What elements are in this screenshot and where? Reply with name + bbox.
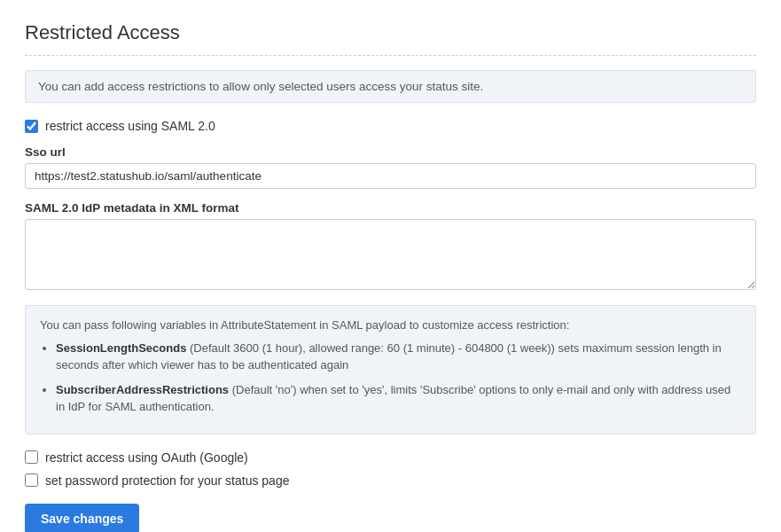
saml-metadata-label: SAML 2.0 IdP metadata in XML format: [25, 201, 756, 215]
saml-info-intro: You can pass following variables in Attr…: [40, 318, 569, 332]
info-banner: You can add access restrictions to allow…: [25, 70, 756, 103]
saml-info-item-2: SubscriberAddressRestrictions (Default '…: [56, 381, 741, 416]
sso-url-input[interactable]: [25, 163, 756, 189]
saml-term-1: SessionLengthSeconds: [56, 341, 186, 355]
password-checkbox-label[interactable]: set password protection for your status …: [45, 473, 289, 488]
saml-info-box: You can pass following variables in Attr…: [25, 305, 756, 434]
saml-metadata-textarea[interactable]: [25, 219, 756, 290]
sso-url-field-group: Sso url: [25, 145, 756, 189]
saml-info-list: SessionLengthSeconds (Default 3600 (1 ho…: [56, 340, 741, 416]
saml-checkbox[interactable]: [25, 120, 38, 133]
password-checkbox-row: set password protection for your status …: [25, 473, 756, 488]
saml-checkbox-row: restrict access using SAML 2.0: [25, 119, 756, 133]
saml-metadata-field-group: SAML 2.0 IdP metadata in XML format: [25, 201, 756, 293]
saml-checkbox-label[interactable]: restrict access using SAML 2.0: [45, 119, 215, 133]
save-changes-button[interactable]: Save changes: [25, 504, 139, 533]
saml-info-item-1: SessionLengthSeconds (Default 3600 (1 ho…: [56, 340, 741, 374]
sso-url-label: Sso url: [25, 145, 756, 159]
saml-term-2: SubscriberAddressRestrictions: [56, 383, 229, 396]
password-checkbox[interactable]: [25, 473, 38, 487]
oauth-checkbox[interactable]: [25, 450, 38, 464]
oauth-checkbox-label[interactable]: restrict access using OAuth (Google): [45, 450, 248, 465]
oauth-checkbox-row: restrict access using OAuth (Google): [25, 450, 756, 465]
page-title: Restricted Access: [25, 21, 756, 56]
